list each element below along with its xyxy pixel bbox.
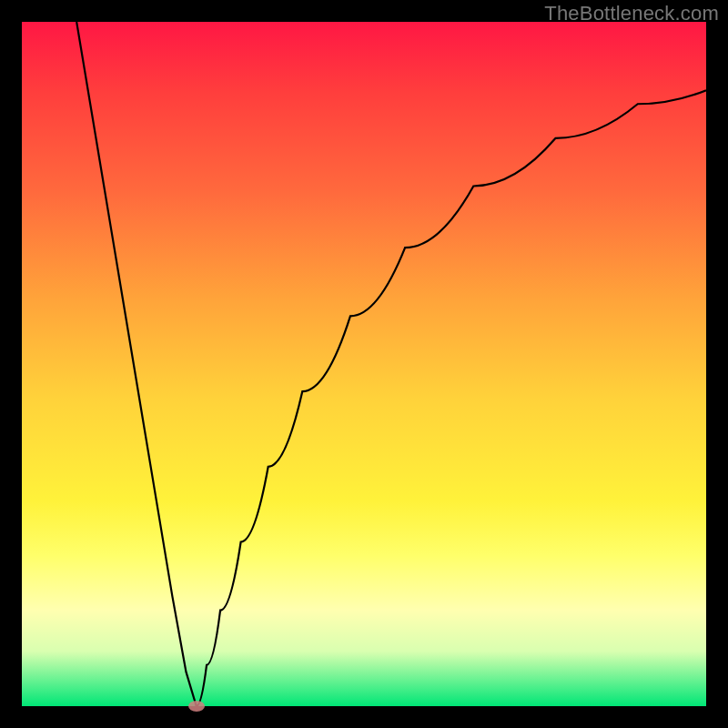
minimum-marker-dot xyxy=(188,701,205,712)
bottleneck-curve xyxy=(22,22,706,706)
watermark-text: TheBottleneck.com xyxy=(544,2,719,25)
curve-path xyxy=(76,22,706,706)
chart-frame: TheBottleneck.com xyxy=(0,0,728,728)
